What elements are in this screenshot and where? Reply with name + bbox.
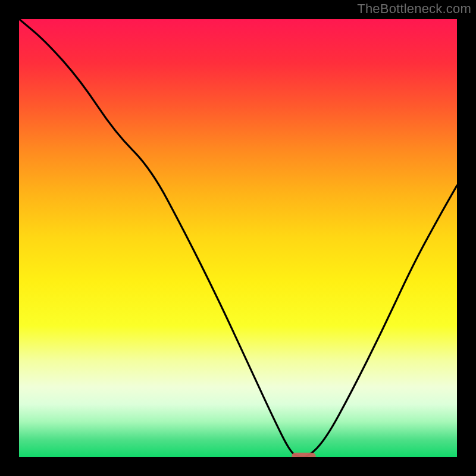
watermark-text: TheBottleneck.com	[357, 1, 471, 17]
bottleneck-chart	[0, 0, 476, 476]
optimal-marker	[292, 453, 315, 462]
plot-background	[19, 19, 457, 457]
chart-frame: TheBottleneck.com	[0, 0, 476, 476]
